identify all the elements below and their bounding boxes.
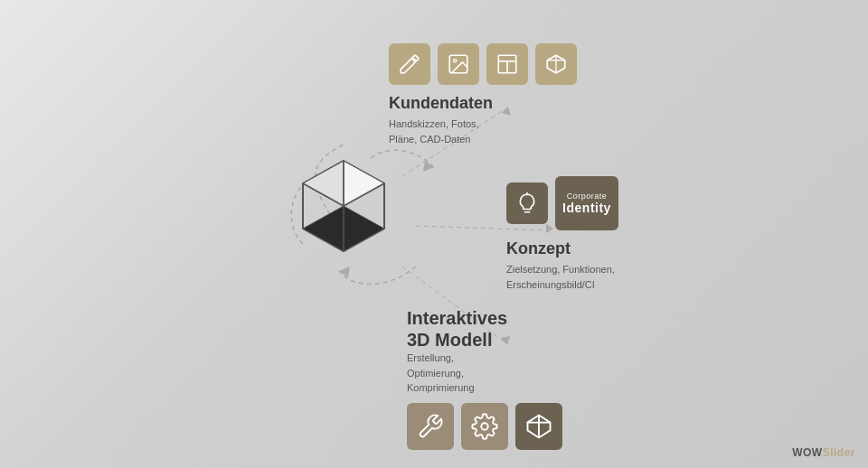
badge-corporate-text: Corporate [567, 192, 608, 201]
box3d-icon-box [535, 43, 577, 85]
gear-icon-box [461, 403, 508, 450]
svg-marker-9 [303, 161, 344, 206]
watermark: WOWSlider [792, 446, 855, 459]
corporate-identity-badge: Corporate Identity [555, 176, 618, 230]
konzept-desc: Zielsetzung, Funktionen, Erscheinungsbil… [506, 262, 618, 292]
lightbulb-icon [515, 192, 539, 215]
main-container: Kundendaten Handskizzen, Fotos, Pläne, C… [0, 0, 868, 468]
konzept-icon-row: Corporate Identity [506, 176, 618, 230]
watermark-slider: Slider [823, 446, 855, 459]
cube-icon [525, 413, 552, 440]
modell-icon-row [407, 403, 562, 450]
svg-marker-10 [344, 161, 384, 206]
modell-title: Interaktives 3D Modell [407, 307, 562, 351]
svg-point-24 [481, 423, 488, 430]
central-hexagon [289, 154, 398, 262]
image-icon [447, 52, 470, 76]
cube-icon-box [515, 403, 562, 450]
lightbulb-icon-box [506, 183, 548, 224]
svg-marker-1 [339, 267, 350, 277]
modell-section: Interaktives 3D Modell Erstellung, Optim… [407, 307, 562, 450]
modell-desc: Erstellung, Optimierung, Komprimierung [407, 351, 562, 396]
svg-marker-0 [423, 161, 434, 172]
watermark-wow: WOW [792, 446, 823, 459]
image-icon-box [438, 43, 479, 85]
konzept-title: Konzept [506, 239, 618, 258]
kundendaten-title: Kundendaten [389, 94, 577, 113]
pencil-icon-box [389, 43, 430, 85]
layout-icon-box [486, 43, 528, 85]
wrench-icon [417, 413, 444, 440]
box3d-icon [544, 52, 568, 76]
kundendaten-icon-row [389, 43, 577, 85]
badge-identity-text: Identity [562, 201, 611, 215]
svg-point-16 [454, 60, 457, 62]
pencil-icon [398, 52, 421, 76]
kundendaten-section: Kundendaten Handskizzen, Fotos, Pläne, C… [389, 43, 577, 146]
kundendaten-desc: Handskizzen, Fotos, Pläne, CAD-Daten [389, 117, 577, 146]
layout-icon [495, 52, 519, 76]
gear-icon [471, 413, 498, 440]
konzept-section: Corporate Identity Konzept Zielsetzung, … [506, 176, 618, 292]
wrench-icon-box [407, 403, 454, 450]
